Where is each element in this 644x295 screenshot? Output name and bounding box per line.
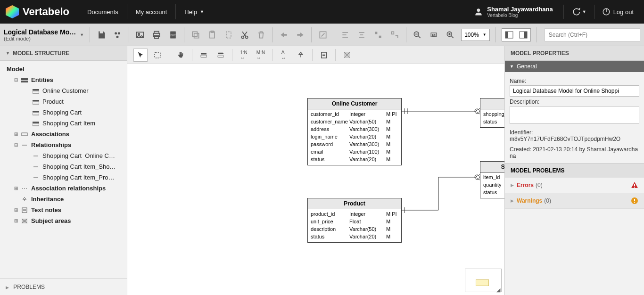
entity-column-row: unit_priceFloatM <box>311 218 398 225</box>
chevron-down-icon: ▼ <box>6 51 10 56</box>
chevron-down-icon[interactable]: ▼ <box>80 33 84 37</box>
rel-mn-tool[interactable]: M:N↔ <box>254 49 268 62</box>
tree-relationship-item[interactable]: Shopping Cart Item_Pro… <box>0 172 127 183</box>
edit-button[interactable] <box>315 27 330 42</box>
distribute-h-button[interactable] <box>371 27 386 42</box>
tree-subject-areas[interactable]: ⊞Subject areas <box>0 215 127 226</box>
chat-icon[interactable]: ▼ <box>571 7 586 16</box>
resize-handle-icon[interactable]: ◢ <box>496 287 501 292</box>
copy-button[interactable] <box>188 27 203 42</box>
name-input[interactable] <box>510 85 639 97</box>
tree-entities[interactable]: ⊟Entities <box>0 74 127 85</box>
svg-rect-45 <box>33 89 39 90</box>
entity-column-row: product_idIntegerM PI <box>311 210 398 218</box>
paste-special-button[interactable] <box>221 27 236 42</box>
entity2-tool[interactable] <box>214 49 228 62</box>
expand-icon: ⊞ <box>14 131 21 137</box>
select-tool[interactable] <box>133 49 148 62</box>
entity-header: Shopping Cart <box>480 98 504 109</box>
entity-column-row: statusVarchar(20)M <box>483 188 504 196</box>
errors-row[interactable]: ▶ Errors (0) <box>505 178 644 193</box>
user-icon <box>474 7 483 16</box>
svg-point-0 <box>477 8 480 12</box>
cut-button[interactable] <box>238 27 252 42</box>
entity-tool[interactable] <box>197 49 211 62</box>
redo-button[interactable] <box>293 27 308 42</box>
svg-point-7 <box>138 33 140 34</box>
model-structure-header[interactable]: ▼ MODEL STRUCTURE <box>0 46 127 61</box>
entity-column-row: statusVarchar(20)M <box>483 118 504 125</box>
tree-entity-item[interactable]: Product <box>0 96 127 107</box>
entity-icon <box>32 88 40 94</box>
view-left-panel-button[interactable] <box>502 29 516 41</box>
relationship-icon <box>32 153 40 159</box>
description-input[interactable] <box>510 106 639 124</box>
doc-button[interactable]: DOC <box>166 27 181 42</box>
entity-box[interactable]: Shopping Cart Itemitem_idIntegerM PIquan… <box>480 161 504 198</box>
zoom-reset-button[interactable]: 1:1 <box>426 27 441 42</box>
tree-associations[interactable]: ⊞Associations <box>0 129 127 139</box>
inherit-tool[interactable] <box>294 49 308 62</box>
tree-relationship-item[interactable]: Shopping Cart Item_Sho… <box>0 161 127 172</box>
logout-button[interactable]: Log out <box>602 8 634 16</box>
entity-box[interactable]: Shopping Cartshopping_cart_idIntegerM PI… <box>480 98 504 128</box>
svg-text:DOC: DOC <box>170 33 176 36</box>
general-section-header[interactable]: ▼General <box>505 61 644 72</box>
share-button[interactable] <box>110 27 125 42</box>
logo[interactable]: Vertabelo <box>6 5 69 18</box>
identifier-value: m8v5Y7n17UFdFz68OvTOJTpqodpmHw2O <box>510 136 639 142</box>
doc-title[interactable]: Logical Database Mo… (Edit mode) <box>4 28 76 41</box>
tree-entity-item[interactable]: Shopping Cart <box>0 107 127 118</box>
pan-tool[interactable] <box>173 49 188 62</box>
marquee-tool[interactable] <box>150 49 165 62</box>
nav-documents[interactable]: Documents <box>79 4 127 19</box>
tree-inheritance[interactable]: Inheritance <box>0 194 127 205</box>
mini-map[interactable]: ◢ <box>465 269 502 292</box>
nav-my-account[interactable]: My account <box>127 4 175 19</box>
align-left-button[interactable] <box>338 27 353 42</box>
tree-assoc-rel[interactable]: ⊞Association relationships <box>0 183 127 194</box>
user-block[interactable]: Shamal Jayawardhana Vertabelo Blog <box>474 6 553 18</box>
assoc-rel-icon <box>21 185 28 192</box>
zoom-in-button[interactable] <box>443 27 457 42</box>
image-button[interactable] <box>133 27 148 42</box>
doc-title-mode: (Edit mode) <box>4 36 76 41</box>
entity-column-row: descriptionVarchar(50)M <box>311 225 398 233</box>
tree-text-notes[interactable]: ⊞Text notes <box>0 205 127 215</box>
align-center-button[interactable] <box>355 27 369 42</box>
zoom-out-button[interactable] <box>410 27 425 42</box>
entity-box[interactable]: Productproduct_idIntegerM PIunit_priceFl… <box>307 198 402 243</box>
note-tool[interactable] <box>317 49 331 62</box>
association-icon <box>21 131 28 138</box>
label-tool[interactable]: A↔ <box>277 49 291 62</box>
tree-entity-item[interactable]: Online Customer <box>0 85 127 96</box>
created-label: Created: 2021-02-13 20:14 by Shamal Jaya… <box>510 146 639 159</box>
warnings-row[interactable]: ▶ Warnings (0) <box>505 193 644 209</box>
undo-button[interactable] <box>277 27 291 42</box>
chevron-down-icon: ▼ <box>200 9 204 14</box>
canvas[interactable]: Online Customercustomer_idIntegerM PIcus… <box>127 64 504 295</box>
zoom-select[interactable]: 100%▼ <box>461 29 490 41</box>
rel-1n-tool[interactable]: 1:N↔ <box>237 49 251 62</box>
save-button[interactable] <box>94 27 108 42</box>
svg-rect-44 <box>21 81 28 82</box>
nav-help[interactable]: Help ▼ <box>175 4 213 19</box>
entity-box[interactable]: Online Customercustomer_idIntegerM PIcus… <box>307 98 402 165</box>
search-input[interactable] <box>545 28 640 41</box>
right-panel: MODEL PROPERTIES ▼General Name: Descript… <box>504 46 644 295</box>
problems-panel-toggle[interactable]: ▶ PROBLEMS <box>0 279 127 295</box>
tree-root[interactable]: Model <box>0 64 127 74</box>
area-tool[interactable] <box>340 49 354 62</box>
tree-relationships[interactable]: ⊟Relationships <box>0 139 127 150</box>
svg-rect-17 <box>226 32 231 38</box>
print-button[interactable] <box>149 27 164 42</box>
distribute-v-button[interactable] <box>388 27 402 42</box>
view-right-panel-button[interactable] <box>516 29 530 41</box>
svg-rect-67 <box>201 55 206 57</box>
tree-entity-item[interactable]: Shopping Cart Item <box>0 118 127 129</box>
svg-rect-66 <box>201 53 206 54</box>
tree-relationship-item[interactable]: Shopping Cart_Online C… <box>0 150 127 161</box>
svg-rect-40 <box>505 32 508 38</box>
delete-button[interactable] <box>254 27 269 42</box>
paste-button[interactable] <box>205 27 219 42</box>
